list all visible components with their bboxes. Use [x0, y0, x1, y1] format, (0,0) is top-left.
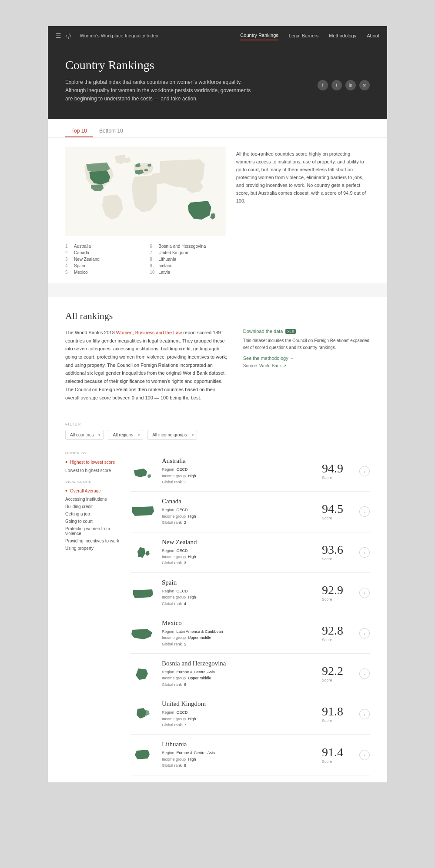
table-row[interactable]: Lithuania Region Europe & Central Asia I… — [130, 735, 370, 775]
download-link[interactable]: Download the data XLS — [243, 329, 370, 334]
score-building[interactable]: Building credit — [65, 504, 122, 509]
nav-legal-barriers[interactable]: Legal Barriers — [289, 31, 318, 40]
score-incentives[interactable]: Providing incentives to work — [65, 539, 122, 543]
order-lowest-highest[interactable]: Lowest to highest score — [65, 468, 122, 473]
country-detail-button[interactable]: › — [359, 709, 370, 719]
country-detail-button[interactable]: › — [359, 588, 370, 598]
country-score-block: 92.9 Score — [322, 584, 352, 602]
income-filter-dropdown[interactable]: All income groups — [147, 430, 197, 440]
score-job-label: Getting a job — [65, 512, 90, 516]
country-flag — [130, 665, 155, 682]
country-info: Bosnia and Herzegovina Region Europe & C… — [162, 660, 315, 688]
nav-country-rankings[interactable]: Country Rankings — [240, 31, 278, 40]
linkedin-share-button[interactable]: in — [345, 80, 356, 90]
country-flag — [130, 462, 155, 480]
hero-description: Explore the global index that ranks coun… — [65, 78, 252, 103]
country-detail-button[interactable]: › — [359, 750, 370, 760]
score-label: Score — [322, 557, 352, 561]
score-label: Score — [322, 678, 352, 682]
regions-filter-dropdown[interactable]: All regions — [108, 430, 143, 440]
table-row[interactable]: Canada Region OECD Income group High Glo… — [130, 492, 370, 532]
country-flag — [130, 584, 155, 602]
country-name: United Kingdom — [162, 700, 315, 708]
map-country-7: 7 United Kingdom — [150, 250, 225, 255]
map-country-8: 8 Lithuania — [150, 257, 225, 262]
score-property-label: Using property — [65, 546, 94, 551]
country-score: 91.8 — [322, 705, 352, 718]
xls-badge: XLS — [285, 329, 295, 334]
country-flag — [130, 746, 155, 764]
dataset-note: This dataset includes the Council on For… — [243, 337, 370, 351]
world-bank-link[interactable]: World Bank ↗ — [259, 363, 286, 368]
navbar-left: ☰ cfr Women's Workplace Inequality Index — [56, 32, 240, 40]
facebook-share-button[interactable]: f — [318, 80, 328, 90]
country-name: Spain — [162, 579, 315, 586]
country-meta: Region OECD Income group High Global ran… — [162, 709, 315, 728]
nav-methodology[interactable]: Methodology — [329, 31, 356, 40]
country-name: Lithuania — [162, 741, 315, 748]
map-country-5: 5 Mexico — [65, 270, 141, 275]
country-detail-button[interactable]: › — [359, 668, 370, 679]
country-score: 94.5 — [322, 503, 352, 515]
hamburger-icon[interactable]: ☰ — [56, 32, 61, 40]
country-name: Canada — [162, 498, 315, 505]
table-row[interactable]: Australia Region OECD Income group High … — [130, 451, 370, 492]
score-accessing[interactable]: Accessing institutions — [65, 497, 122, 502]
source-label: Source: — [243, 363, 258, 368]
score-court[interactable]: Going to court — [65, 519, 122, 524]
score-label: Score — [322, 476, 352, 480]
country-info: Spain Region OECD Income group High Glob… — [162, 579, 315, 607]
filter-dropdowns: All countries All regions All income gro… — [65, 430, 370, 440]
country-detail-button[interactable]: › — [359, 466, 370, 476]
country-info: New Zealand Region OECD Income group Hig… — [162, 539, 315, 566]
countries-filter-dropdown[interactable]: All countries — [65, 430, 104, 440]
country-score-block: 91.4 Score — [322, 746, 352, 764]
site-logo: cfr — [66, 32, 72, 39]
wbl-link[interactable]: Women, Business and the Law — [116, 330, 182, 335]
all-rankings-title: All rankings — [65, 310, 370, 322]
country-list: Australia Region OECD Income group High … — [130, 451, 370, 775]
navbar: ☰ cfr Women's Workplace Inequality Index… — [48, 26, 387, 45]
country-score: 92.2 — [322, 665, 352, 677]
score-label: Score — [322, 516, 352, 520]
score-job[interactable]: Getting a job — [65, 512, 122, 516]
table-row[interactable]: Bosnia and Herzegovina Region Europe & C… — [130, 654, 370, 694]
filter-section: FILTER All countries All regions All inc… — [48, 415, 387, 444]
score-property[interactable]: Using property — [65, 546, 122, 551]
country-detail-button[interactable]: › — [359, 506, 370, 517]
download-label: Download the data — [243, 329, 283, 334]
score-court-label: Going to court — [65, 519, 93, 524]
map-countries-list: 1 Australia 6 Bosnia and Herzegovina 2 C… — [65, 244, 226, 275]
order-highest-lowest[interactable]: Highest to lowest score — [65, 459, 122, 466]
score-building-label: Building credit — [65, 504, 93, 509]
hero-title: Country Rankings — [65, 58, 370, 72]
score-overall[interactable]: Overall Average — [65, 487, 122, 494]
twitter-share-button[interactable]: t — [331, 80, 342, 90]
table-row[interactable]: United Kingdom Region OECD Income group … — [130, 694, 370, 735]
table-row[interactable]: Mexico Region Latin America & Caribbean … — [130, 613, 370, 654]
order-by-label: ORDER BY — [65, 451, 122, 455]
score-label: Score — [322, 638, 352, 642]
site-title: Women's Workplace Inequality Index — [80, 33, 158, 38]
score-label: Score — [322, 597, 352, 602]
map-section: 1 Australia 6 Bosnia and Herzegovina 2 C… — [48, 138, 387, 283]
methodology-link[interactable]: See the methodology → — [243, 356, 370, 361]
country-score: 92.8 — [322, 625, 352, 637]
source-text: Source: World Bank ↗ — [243, 363, 370, 368]
nav-about[interactable]: About — [367, 31, 379, 40]
country-meta: Region OECD Income group High Global ran… — [162, 588, 315, 607]
country-detail-button[interactable]: › — [359, 547, 370, 558]
table-row[interactable]: New Zealand Region OECD Income group Hig… — [130, 532, 370, 573]
table-row[interactable]: Spain Region OECD Income group High Glob… — [130, 573, 370, 613]
hero-social: f t in ✉ — [318, 80, 370, 90]
country-score-block: 92.8 Score — [322, 625, 352, 642]
country-detail-button[interactable]: › — [359, 628, 370, 639]
rankings-text: The World Bank's 2018 Women, Business an… — [65, 329, 230, 402]
map-country-10: 10 Latvia — [150, 270, 225, 275]
tab-bottom10[interactable]: Bottom 10 — [93, 125, 129, 137]
content-card: Top 10 Bottom 10 — [48, 119, 387, 283]
score-violence[interactable]: Protecting women from violence — [65, 526, 122, 536]
rankings-intro: The World Bank's 2018 Women, Business an… — [65, 329, 370, 402]
tab-top10[interactable]: Top 10 — [65, 125, 93, 137]
email-share-button[interactable]: ✉ — [359, 80, 370, 90]
